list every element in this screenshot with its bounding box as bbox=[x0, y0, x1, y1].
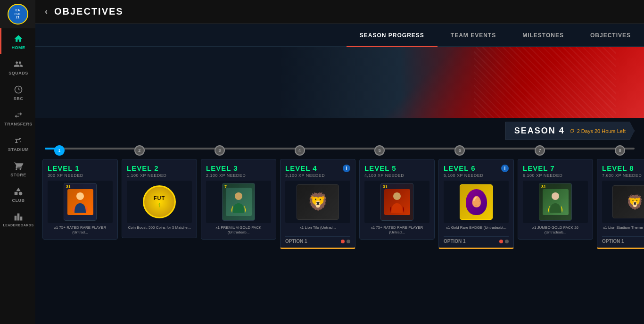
level8-reward: 🦁 bbox=[602, 181, 644, 223]
level8-xp: 7,600 XP NEEDED bbox=[602, 173, 644, 178]
sidebar-label-sbc: SBC bbox=[14, 96, 24, 101]
tab-objectives[interactable]: OBJECTIVES bbox=[577, 25, 644, 47]
level5-header: LEVEL 5 bbox=[364, 164, 429, 172]
track-node-7[interactable]: 7 bbox=[535, 145, 545, 156]
card-rating-l5: 31 bbox=[383, 184, 388, 189]
track-node-5[interactable]: 5 bbox=[374, 145, 385, 156]
level1-reward: 31 bbox=[48, 181, 113, 223]
level-card-2[interactable]: LEVEL 2 1,100 XP NEEDED FUT ↑ Coin Boost… bbox=[122, 159, 197, 238]
hero-decoration bbox=[474, 47, 616, 118]
progress-track: 1 2 3 4 5 6 7 8 bbox=[35, 144, 644, 157]
level-card-8[interactable]: LEVEL 8 i 7,600 XP NEEDED 🦁 x1 Lion Stad… bbox=[597, 159, 644, 249]
level-card-7[interactable]: LEVEL 7 6,100 XP NEEDED 31 bbox=[518, 159, 593, 240]
badge-l6: 🥚 bbox=[460, 184, 493, 220]
season-bar: SEASON 4 ⏱ 2 Days 20 Hours Left bbox=[35, 118, 644, 144]
level2-xp: 1,100 XP NEEDED bbox=[127, 173, 192, 178]
level4-reward: 🦁 bbox=[285, 181, 350, 223]
level4-desc: x1 Lion Tifo (Untrad... bbox=[285, 225, 350, 234]
level2-title: LEVEL 2 bbox=[127, 164, 159, 172]
svg-point-5 bbox=[393, 192, 401, 200]
svg-point-4 bbox=[235, 192, 242, 200]
level5-xp: 4,100 XP NEEDED bbox=[364, 173, 429, 178]
level2-header: LEVEL 2 bbox=[127, 164, 192, 172]
level5-desc: x1 75+ RATED RARE PLAYER (Untrad... bbox=[364, 225, 429, 235]
player-img-l3 bbox=[226, 188, 252, 216]
club-icon bbox=[13, 187, 24, 196]
sidebar-label-club: CLUB bbox=[12, 198, 25, 203]
track-node-2[interactable]: 2 bbox=[134, 145, 145, 156]
player-img-l1 bbox=[67, 189, 93, 215]
leaderboards-icon bbox=[13, 212, 24, 222]
back-button[interactable]: ‹ bbox=[45, 7, 48, 17]
level5-reward: 31 bbox=[364, 181, 429, 223]
level-card-6[interactable]: LEVEL 6 i 5,100 XP NEEDED 🥚 x1 Gold Rare… bbox=[438, 159, 514, 249]
level-card-1[interactable]: LEVEL 1 300 XP NEEDED 31 bbox=[42, 159, 118, 240]
track-node-1[interactable]: 1 bbox=[54, 145, 65, 156]
tab-season-progress[interactable]: SEASON PROGRESS bbox=[347, 25, 438, 47]
tab-team-events[interactable]: TEAM EVENTS bbox=[438, 25, 509, 47]
fut21-logo[interactable]: EAFUT21 bbox=[8, 4, 28, 25]
sidebar-label-transfers: TRANSFERS bbox=[4, 122, 33, 126]
home-icon bbox=[13, 34, 24, 43]
stadium-icon bbox=[13, 136, 24, 145]
sidebar-label-stadium: STADIUM bbox=[8, 147, 29, 152]
track-node-3[interactable]: 3 bbox=[215, 145, 225, 156]
level-card-4[interactable]: LEVEL 4 i 3,100 XP NEEDED 🦁 x1 Lion Tifo… bbox=[280, 159, 355, 249]
track-node-4[interactable]: 4 bbox=[295, 145, 305, 156]
progress-section: SEASON 4 ⏱ 2 Days 20 Hours Left 1 2 3 4 … bbox=[35, 118, 644, 157]
track-nodes: 1 2 3 4 5 6 7 8 bbox=[54, 150, 625, 160]
level-card-3[interactable]: LEVEL 3 2,100 XP NEEDED 7 bbox=[201, 159, 276, 240]
level6-dots bbox=[499, 240, 509, 243]
level7-header: LEVEL 7 bbox=[523, 164, 588, 172]
sidebar-item-transfers[interactable]: TRANSFERS bbox=[0, 105, 35, 130]
level8-option-label: OPTION 1 bbox=[602, 239, 624, 244]
level4-info-icon[interactable]: i bbox=[343, 165, 350, 172]
badge-oval-l6: 🥚 bbox=[466, 189, 487, 215]
sidebar-item-home[interactable]: HOME bbox=[0, 28, 35, 54]
player-card-l7: 31 bbox=[539, 183, 572, 221]
sidebar-label-home: HOME bbox=[12, 45, 25, 50]
sidebar-label-store: STORE bbox=[10, 173, 26, 177]
level8-header: LEVEL 8 i bbox=[602, 164, 644, 172]
svg-rect-2 bbox=[15, 192, 18, 195]
level4-option-label: OPTION 1 bbox=[285, 239, 307, 244]
sidebar-nav: HOME SQUADS SBC TRANSFERS bbox=[0, 28, 35, 231]
dot-unselected-l6[interactable] bbox=[505, 240, 509, 243]
player-img-l5 bbox=[384, 189, 410, 215]
tab-milestones[interactable]: MILESTONES bbox=[509, 25, 577, 47]
sidebar-item-squads[interactable]: SQUADS bbox=[0, 54, 35, 79]
level1-xp: 300 XP NEEDED bbox=[48, 173, 113, 178]
page-title: OBJECTIVES bbox=[54, 6, 124, 17]
card-rating-l1: 31 bbox=[66, 184, 71, 189]
sidebar-item-stadium[interactable]: STADIUM bbox=[0, 130, 35, 156]
level4-dots bbox=[341, 240, 350, 243]
level6-option-bar: OPTION 1 bbox=[444, 236, 509, 244]
dot-unselected-l4[interactable] bbox=[347, 240, 350, 243]
sidebar-item-sbc[interactable]: SBC bbox=[0, 79, 35, 105]
level7-xp: 6,100 XP NEEDED bbox=[523, 173, 588, 178]
track-node-6[interactable]: 6 bbox=[454, 145, 465, 156]
track-node-8[interactable]: 8 bbox=[615, 145, 625, 156]
svg-point-1 bbox=[19, 192, 23, 196]
level4-title: LEVEL 4 bbox=[285, 164, 317, 172]
sidebar-label-squads: SQUADS bbox=[8, 71, 28, 75]
sidebar: EAFUT21 HOME SQUADS SBC bbox=[0, 0, 35, 324]
level4-xp: 3,100 XP NEEDED bbox=[285, 173, 350, 178]
topbar: ‹ OBJECTIVES bbox=[35, 0, 644, 24]
cards-container: LEVEL 1 300 XP NEEDED 31 bbox=[35, 157, 644, 324]
level6-info-icon[interactable]: i bbox=[501, 165, 509, 172]
sidebar-item-club[interactable]: CLUB bbox=[0, 181, 35, 207]
level8-desc: x1 Lion Stadium Theme (Untradeab... bbox=[602, 225, 644, 234]
dot-selected-l6[interactable] bbox=[499, 240, 503, 243]
dot-selected-l4[interactable] bbox=[341, 240, 345, 243]
level8-option-bar: OPTION 1 bbox=[602, 236, 644, 244]
card-rating-l7: 31 bbox=[541, 184, 546, 189]
tab-bar: SEASON PROGRESS TEAM EVENTS MILESTONES O… bbox=[35, 24, 644, 47]
sidebar-item-leaderboards[interactable]: LEADERBOARDS bbox=[0, 207, 35, 231]
sidebar-item-store[interactable]: STORE bbox=[0, 156, 35, 181]
player-card-l1: 31 bbox=[64, 183, 97, 221]
level4-header: LEVEL 4 i bbox=[285, 164, 350, 172]
level4-option-bar: OPTION 1 bbox=[285, 236, 350, 244]
level-card-5[interactable]: LEVEL 5 4,100 XP NEEDED 31 bbox=[359, 159, 435, 240]
timer-text: 2 Days 20 Hours Left bbox=[577, 128, 626, 134]
